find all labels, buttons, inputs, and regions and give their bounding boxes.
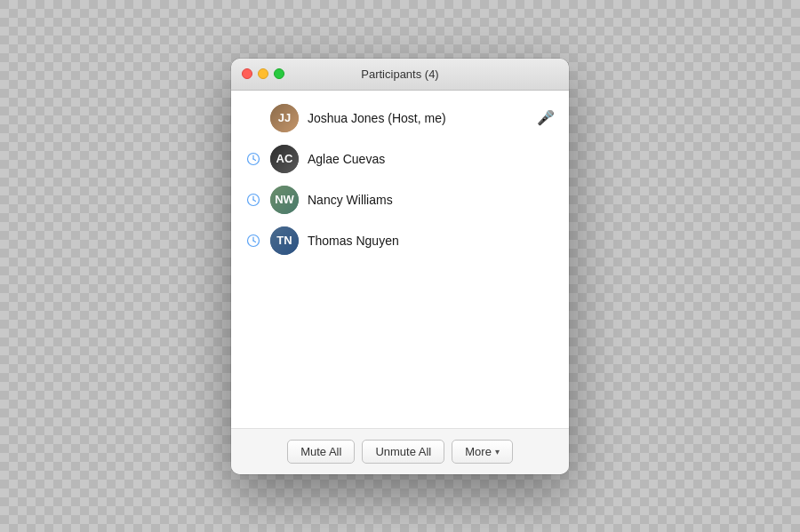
participants-list: JJ Joshua Jones (Host, me) 🎤 AC Aglae Cu… [231,91,569,428]
more-button[interactable]: More ▾ [452,440,513,464]
window-title: Participants (4) [361,67,438,81]
mic-icon: 🎤 [537,109,555,126]
avatar: NW [270,186,299,214]
close-button[interactable] [242,68,252,79]
unmute-all-button[interactable]: Unmute All [362,440,444,464]
footer-toolbar: Mute All Unmute All More ▾ [231,428,569,474]
traffic-lights [242,68,284,79]
titlebar: Participants (4) [231,59,569,91]
svg-line-8 [253,241,256,242]
more-button-label: More [465,445,492,458]
maximize-button[interactable] [274,68,284,79]
participant-name: Aglae Cuevas [308,152,555,166]
chevron-down-icon: ▾ [495,447,500,457]
list-item[interactable]: NW Nancy Williams [231,179,569,220]
svg-line-5 [253,200,256,202]
svg-line-2 [253,159,256,161]
clock-icon [245,192,261,208]
list-item[interactable]: AC Aglae Cuevas [231,139,569,179]
avatar: AC [270,145,299,173]
mute-all-button[interactable]: Mute All [287,440,355,464]
avatar: JJ [270,104,299,132]
participant-name: Joshua Jones (Host, me) [308,111,528,125]
avatar: TN [270,226,299,255]
clock-icon [245,233,261,249]
list-item[interactable]: TN Thomas Nguyen [231,220,569,261]
clock-icon [245,151,261,167]
minimize-button[interactable] [258,68,268,79]
participant-name: Thomas Nguyen [308,234,555,248]
participants-window: Participants (4) JJ Joshua Jones (Host, … [231,59,569,474]
list-item[interactable]: JJ Joshua Jones (Host, me) 🎤 [231,98,569,139]
participant-name: Nancy Williams [308,193,555,207]
